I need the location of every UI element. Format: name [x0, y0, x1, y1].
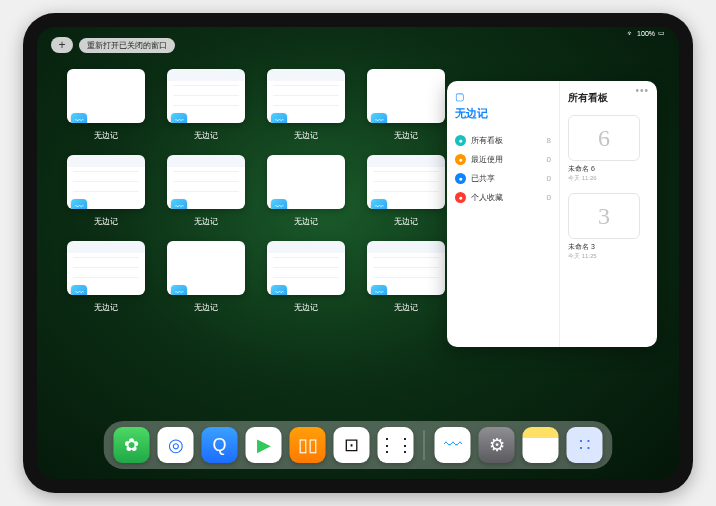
panel-content: ••• 所有看板 6未命名 6今天 11:263未命名 3今天 11:25: [559, 81, 657, 347]
notes-icon[interactable]: [523, 427, 559, 463]
play-icon[interactable]: ▶: [246, 427, 282, 463]
board-name: 未命名 3: [568, 242, 649, 252]
freeform-app-badge-icon: 〰: [71, 113, 87, 123]
ipad-frame: ᯤ 100% ▭ + 重新打开已关闭的窗口 〰无边记〰无边记〰无边记〰无边记〰无…: [23, 13, 693, 493]
settings-icon[interactable]: ⚙: [479, 427, 515, 463]
freeform-app-badge-icon: 〰: [371, 113, 387, 123]
freeform-app-badge-icon: 〰: [71, 285, 87, 295]
thumbnail-label: 无边记: [194, 216, 218, 227]
panel-left-title: 无边记: [455, 106, 551, 121]
thumbnail-label: 无边记: [294, 302, 318, 313]
window-thumbnail[interactable]: 〰无边记: [67, 241, 145, 313]
thumbnail-preview: 〰: [167, 241, 245, 295]
sidebar-item[interactable]: ●所有看板8: [455, 131, 551, 150]
thumbnail-preview: 〰: [167, 155, 245, 209]
window-thumbnail-grid: 〰无边记〰无边记〰无边记〰无边记〰无边记〰无边记〰无边记〰无边记〰无边记〰无边记…: [67, 69, 467, 313]
window-thumbnail[interactable]: 〰无边记: [167, 155, 245, 227]
screen: ᯤ 100% ▭ + 重新打开已关闭的窗口 〰无边记〰无边记〰无边记〰无边记〰无…: [37, 27, 679, 479]
window-thumbnail[interactable]: 〰无边记: [367, 241, 445, 313]
sidebar-item-label: 所有看板: [471, 135, 503, 146]
sidebar-item[interactable]: ●最近使用0: [455, 150, 551, 169]
thumbnail-preview: 〰: [67, 155, 145, 209]
board-thumbnail: 3: [568, 193, 640, 239]
more-icon[interactable]: •••: [635, 85, 649, 96]
new-window-button[interactable]: +: [51, 37, 73, 53]
dice-icon[interactable]: ⊡: [334, 427, 370, 463]
sidebar-item-label: 最近使用: [471, 154, 503, 165]
nodes-icon[interactable]: ⋮⋮: [378, 427, 414, 463]
sidebar-item[interactable]: ●已共享0: [455, 169, 551, 188]
battery-icon: ▭: [658, 29, 665, 37]
board-name: 未命名 6: [568, 164, 649, 174]
freeform-app-badge-icon: 〰: [271, 285, 287, 295]
window-thumbnail[interactable]: 〰无边记: [367, 155, 445, 227]
sidebar-item-icon: ●: [455, 192, 466, 203]
freeform-app-panel[interactable]: ▢ 无边记 ●所有看板8●最近使用0●已共享0●个人收藏0 ••• 所有看板 6…: [447, 81, 657, 347]
window-thumbnail[interactable]: 〰无边记: [367, 69, 445, 141]
freeform-app-badge-icon: 〰: [271, 199, 287, 209]
thumbnail-preview: 〰: [367, 241, 445, 295]
thumbnail-label: 无边记: [394, 302, 418, 313]
sidebar-item-label: 个人收藏: [471, 192, 503, 203]
thumbnail-label: 无边记: [394, 216, 418, 227]
sidebar-item-label: 已共享: [471, 173, 495, 184]
wechat-icon[interactable]: ✿: [114, 427, 150, 463]
thumbnail-label: 无边记: [94, 302, 118, 313]
thumbnail-label: 无边记: [294, 130, 318, 141]
sidebar-item-icon: ●: [455, 154, 466, 165]
thumbnail-label: 无边记: [194, 302, 218, 313]
board-thumbnail: 6: [568, 115, 640, 161]
reopen-closed-window-button[interactable]: 重新打开已关闭的窗口: [79, 38, 175, 53]
quark-icon[interactable]: Q: [202, 427, 238, 463]
sidebar-toggle-icon[interactable]: ▢: [455, 91, 551, 102]
thumbnail-preview: 〰: [367, 69, 445, 123]
wifi-icon: ᯤ: [627, 30, 634, 37]
thumbnail-preview: 〰: [367, 155, 445, 209]
freeform-app-badge-icon: 〰: [171, 113, 187, 123]
thumbnail-label: 无边记: [94, 130, 118, 141]
sidebar-item[interactable]: ●个人收藏0: [455, 188, 551, 207]
thumbnail-preview: 〰: [267, 155, 345, 209]
window-thumbnail[interactable]: 〰无边记: [67, 69, 145, 141]
window-thumbnail[interactable]: 〰无边记: [167, 241, 245, 313]
thumbnail-label: 无边记: [394, 130, 418, 141]
thumbnail-label: 无边记: [194, 130, 218, 141]
dock-separator: [424, 430, 425, 460]
library-icon[interactable]: ∷: [567, 427, 603, 463]
sidebar-item-count: 0: [547, 174, 551, 183]
freeform-icon[interactable]: 〰: [435, 427, 471, 463]
thumbnail-preview: 〰: [67, 69, 145, 123]
window-thumbnail[interactable]: 〰无边记: [67, 155, 145, 227]
top-controls: + 重新打开已关闭的窗口: [51, 37, 175, 53]
sidebar-item-count: 0: [547, 193, 551, 202]
board-date: 今天 11:25: [568, 252, 649, 261]
board-item[interactable]: 6未命名 6今天 11:26: [568, 115, 649, 183]
status-bar: ᯤ 100% ▭: [627, 29, 665, 37]
window-thumbnail[interactable]: 〰无边记: [167, 69, 245, 141]
freeform-app-badge-icon: 〰: [371, 285, 387, 295]
qqbrowser-icon[interactable]: ◎: [158, 427, 194, 463]
battery-label: 100%: [637, 30, 655, 37]
window-thumbnail[interactable]: 〰无边记: [267, 155, 345, 227]
panel-sidebar: ▢ 无边记 ●所有看板8●最近使用0●已共享0●个人收藏0: [447, 81, 559, 347]
books-icon[interactable]: ▯▯: [290, 427, 326, 463]
thumbnail-preview: 〰: [167, 69, 245, 123]
thumbnail-label: 无边记: [94, 216, 118, 227]
thumbnail-preview: 〰: [267, 69, 345, 123]
window-thumbnail[interactable]: 〰无边记: [267, 69, 345, 141]
sidebar-item-icon: ●: [455, 135, 466, 146]
freeform-app-badge-icon: 〰: [71, 199, 87, 209]
window-thumbnail[interactable]: 〰无边记: [267, 241, 345, 313]
freeform-app-badge-icon: 〰: [171, 285, 187, 295]
freeform-app-badge-icon: 〰: [171, 199, 187, 209]
sidebar-item-icon: ●: [455, 173, 466, 184]
board-item[interactable]: 3未命名 3今天 11:25: [568, 193, 649, 261]
sidebar-item-count: 0: [547, 155, 551, 164]
sidebar-item-count: 8: [547, 136, 551, 145]
thumbnail-preview: 〰: [267, 241, 345, 295]
freeform-app-badge-icon: 〰: [271, 113, 287, 123]
thumbnail-label: 无边记: [294, 216, 318, 227]
freeform-app-badge-icon: 〰: [371, 199, 387, 209]
dock: ✿◎Q▶▯▯⊡⋮⋮〰⚙ ∷: [104, 421, 613, 469]
thumbnail-preview: 〰: [67, 241, 145, 295]
